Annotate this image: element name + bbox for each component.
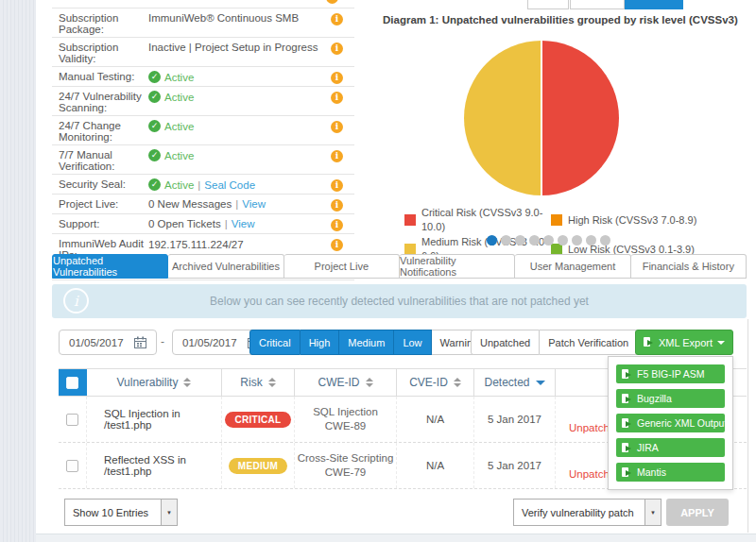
select-all-cell[interactable] <box>59 369 87 396</box>
sort-desc-icon <box>366 383 373 387</box>
carousel-dot[interactable] <box>572 235 582 246</box>
panel-right-border <box>747 319 748 533</box>
tab-unpatched-vulnerabilities[interactable]: Unpatched Vulnerabilities <box>52 254 168 279</box>
filter-patch-verification[interactable]: Patch Verification <box>540 330 638 355</box>
column-header-vulnerability[interactable]: Vulnerability <box>87 369 222 396</box>
column-header-detected[interactable]: Detected <box>474 369 556 396</box>
subscription-label: Project Live: <box>59 197 148 210</box>
tab-vulnerability-notifications[interactable]: Vulnerability Notifications <box>400 254 515 279</box>
link-seal-code[interactable]: Seal Code <box>204 179 255 191</box>
subscription-value: ImmuniWeb® Continuous SMB <box>148 11 331 24</box>
diagram-title: Diagram 1: Unpatched vulnerabilities gro… <box>383 14 704 25</box>
vulnerability-title[interactable]: Reflected XSS in /test1.php <box>104 454 221 477</box>
carousel-dot[interactable] <box>515 235 525 246</box>
sort-icon <box>454 378 461 387</box>
carousel-dot[interactable] <box>487 235 497 246</box>
tab-financials-history[interactable]: Financials & History <box>631 254 747 279</box>
carousel-dot[interactable] <box>543 235 554 246</box>
apply-button[interactable]: APPLY <box>666 499 729 526</box>
info-icon[interactable]: i <box>331 121 343 133</box>
cwe-name: Cross-Site Scripting <box>298 451 394 466</box>
vulnerability-cell: SQL Injection in /test1.php <box>87 397 222 442</box>
export-option-generic-xml-output[interactable]: Generic XML Output <box>616 414 725 432</box>
filter-high[interactable]: High <box>301 330 340 355</box>
carousel-dot[interactable] <box>501 235 511 246</box>
subscription-row: Subscription Validity:Inactive | Project… <box>52 38 354 67</box>
vulnerability-title[interactable]: SQL Injection in /test1.php <box>104 408 221 431</box>
filter-medium[interactable]: Medium <box>339 330 394 355</box>
export-option-f5-big-ip-asm[interactable]: F5 BIG-IP ASM <box>616 364 725 383</box>
export-option-label: JIRA <box>637 442 659 453</box>
info-icon[interactable]: i <box>331 179 343 192</box>
row-checkbox[interactable] <box>66 460 78 472</box>
cropped-toolbar-button-active[interactable] <box>625 0 683 9</box>
chevron-down-icon: ▼ <box>161 500 177 525</box>
info-icon[interactable]: i <box>331 199 343 212</box>
tab-project-live[interactable]: Project Live <box>284 254 400 279</box>
link-view[interactable]: View <box>242 198 266 210</box>
column-label: Vulnerability <box>117 376 179 389</box>
status-active-text: Active <box>164 72 194 83</box>
export-option-mantis[interactable]: Mantis <box>616 463 725 482</box>
filter-critical[interactable]: Critical <box>249 330 301 355</box>
calendar-icon[interactable] <box>134 336 146 348</box>
cwe-id: CWE-79 <box>325 466 366 480</box>
check-circle-icon: ✓ <box>148 149 161 161</box>
bottom-strip <box>36 534 756 542</box>
subscription-value: ✓Active <box>148 70 331 83</box>
column-header-cve-id[interactable]: CVE-ID <box>397 369 474 396</box>
cve-id: N/A <box>426 460 444 471</box>
bulk-action-select[interactable]: Verify vulnerability patch ▼ <box>513 499 662 526</box>
value-text: ImmuniWeb® Continuous SMB <box>148 12 299 24</box>
tab-user-management[interactable]: User Management <box>515 254 630 279</box>
info-icon[interactable]: i <box>331 13 343 25</box>
export-option-jira[interactable]: JIRA <box>616 438 725 457</box>
select-all-checkbox[interactable] <box>66 377 78 389</box>
risk-cell: MEDIUM <box>222 443 295 488</box>
info-icon[interactable] <box>326 0 338 4</box>
row-select-cell <box>59 443 87 488</box>
entries-select[interactable]: Show 10 Entries ▼ <box>64 499 178 526</box>
row-checkbox[interactable] <box>66 414 78 426</box>
sort-asc-icon <box>366 378 373 381</box>
column-header-risk[interactable]: Risk <box>222 369 295 396</box>
info-icon[interactable]: i <box>331 219 343 231</box>
entries-select-value: Show 10 Entries <box>65 500 161 525</box>
value-text: 0 New Messages <box>148 198 232 210</box>
subscription-value: 0 Open Tickets|View <box>148 217 331 229</box>
carousel-dot[interactable] <box>586 235 596 246</box>
legend-swatch <box>404 214 416 226</box>
column-label: Risk <box>240 376 262 389</box>
value-text: Inactive | Project Setup in Progress <box>148 42 318 53</box>
filter-unpatched[interactable]: Unpatched <box>471 330 540 355</box>
filter-low[interactable]: Low <box>394 330 431 355</box>
sort-icon <box>268 378 276 387</box>
subscription-label: 7/7 Manual Verification: <box>59 148 148 172</box>
carousel-dot[interactable] <box>558 235 568 246</box>
info-icon[interactable]: i <box>331 239 343 251</box>
carousel-dot[interactable] <box>529 235 540 246</box>
tab-archived-vulnerabilities[interactable]: Archived Vulnerabilities <box>168 254 284 279</box>
info-icon[interactable]: i <box>331 150 343 162</box>
export-option-bugzilla[interactable]: Bugzilla <box>616 389 725 408</box>
vulnerability-cell: Reflected XSS in /test1.php <box>87 443 222 488</box>
info-icon[interactable]: i <box>331 72 343 84</box>
link-view[interactable]: View <box>232 218 255 229</box>
info-icon[interactable]: i <box>331 92 343 104</box>
subscription-label: Subscription Package: <box>59 11 148 35</box>
cropped-toolbar-button[interactable] <box>527 0 569 9</box>
separator: | <box>198 179 200 191</box>
info-icon[interactable]: i <box>331 42 343 55</box>
subscription-row: 24/7 Change Monitoring:✓Activei <box>52 116 354 145</box>
cropped-toolbar-button[interactable] <box>570 0 625 9</box>
sort-icon <box>183 378 191 387</box>
xml-export-button[interactable]: XML Export <box>635 330 733 355</box>
export-file-icon <box>622 369 632 380</box>
tab-bar: Unpatched VulnerabilitiesArchived Vulner… <box>52 254 747 279</box>
carousel-dot[interactable] <box>600 235 610 246</box>
subscription-value: ✓Active <box>148 90 331 103</box>
risk-badge: MEDIUM <box>229 458 287 474</box>
sort-desc-icon <box>183 383 191 387</box>
risk-badge: CRITICAL <box>225 412 290 428</box>
column-header-cwe-id[interactable]: CWE-ID <box>295 369 397 396</box>
